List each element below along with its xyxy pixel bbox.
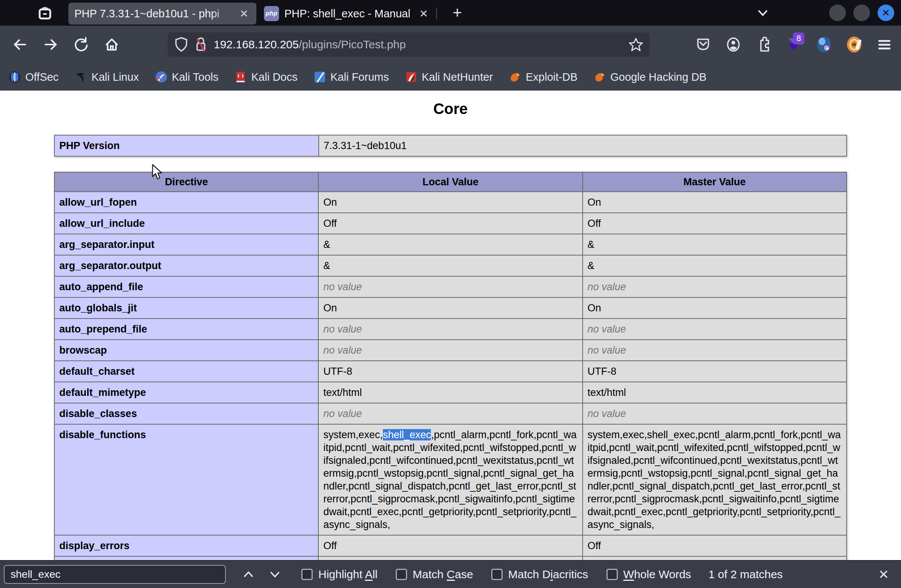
home-button[interactable]: [101, 34, 122, 55]
table-row: allow_url_include Off Off: [55, 213, 846, 234]
local-value-cell: no value: [318, 340, 582, 361]
maximize-button[interactable]: [853, 5, 870, 21]
back-button[interactable]: [9, 34, 31, 55]
minimize-button[interactable]: [829, 5, 846, 21]
bookmark-label: Kali Linux: [91, 71, 139, 83]
master-value-cell: system,exec,shell_exec,pcntl_alarm,pcntl…: [583, 424, 846, 535]
table-row: auto_append_file no value no value: [55, 276, 846, 297]
local-value-cell: On: [318, 192, 582, 213]
star-icon: [628, 37, 644, 52]
directive-cell: disable_classes: [55, 403, 318, 424]
highlight-all-option[interactable]: Highlight All: [301, 568, 377, 581]
local-value-cell: On: [318, 297, 582, 319]
table-row: arg_separator.input & &: [55, 234, 846, 255]
match-case-checkbox[interactable]: [396, 569, 407, 580]
home-icon: [103, 36, 120, 53]
bookmark-label: Kali Tools: [172, 71, 219, 83]
find-input[interactable]: [4, 565, 226, 584]
bookmark-kali-docs[interactable]: Kali Docs: [232, 67, 300, 87]
bookmark-offsec[interactable]: OffSec: [6, 67, 61, 87]
directive-cell: allow_url_include: [55, 213, 318, 234]
pocket-button[interactable]: [692, 34, 714, 55]
account-icon: [725, 37, 741, 53]
purple-arrows-extension-button[interactable]: 8: [783, 34, 804, 55]
forward-button[interactable]: [40, 34, 61, 55]
master-value-cell: Off: [583, 535, 846, 556]
orange-ring-extension-button[interactable]: [843, 34, 865, 55]
kali-dragon-icon: [75, 71, 87, 83]
bookmark-label: OffSec: [25, 71, 59, 83]
table-row-clipped: [55, 556, 846, 560]
bookmark-kali-tools[interactable]: Kali Tools: [153, 67, 221, 87]
match-diacritics-option[interactable]: Match Diacritics: [491, 568, 588, 581]
menu-button[interactable]: [874, 34, 895, 55]
close-window-button[interactable]: ✕: [878, 5, 894, 21]
navigation-toolbar: 192.168.120.205/plugins/PicoTest.php: [0, 26, 901, 64]
master-value-cell: text/html: [583, 382, 846, 403]
column-header-local-value: Local Value: [318, 172, 582, 192]
table-row: auto_globals_jit On On: [55, 297, 846, 319]
table-row: auto_prepend_file no value no value: [55, 319, 846, 340]
extensions-button[interactable]: [753, 34, 774, 55]
directive-cell: browscap: [55, 340, 318, 361]
bookmark-label: Google Hacking DB: [610, 71, 706, 83]
new-tab-button[interactable]: +: [447, 3, 467, 23]
master-value-cell: &: [583, 234, 846, 255]
account-button[interactable]: [723, 34, 744, 55]
table-row: allow_url_fopen On On: [55, 192, 846, 213]
directive-cell: auto_prepend_file: [55, 319, 318, 340]
highlight-all-label: Highlight All: [318, 568, 377, 581]
master-value-cell: On: [583, 192, 846, 213]
url-display: 192.168.120.205/plugins/PicoTest.php: [214, 38, 628, 51]
page-content: Core PHP Version 7.3.31-1~deb10u1 Direct…: [0, 90, 901, 560]
master-value-cell: Off: [583, 213, 846, 234]
find-match-highlight: shell_exec: [383, 429, 431, 440]
bookmark-kali-forums[interactable]: Kali Forums: [311, 67, 391, 87]
kali-tools-icon: [155, 71, 168, 83]
pocket-icon: [695, 37, 711, 53]
table-row: browscap no value no value: [55, 340, 846, 361]
shield-permissions-icon[interactable]: [175, 37, 188, 53]
whole-words-checkbox[interactable]: [606, 569, 618, 580]
bookmark-kali-linux[interactable]: Kali Linux: [72, 67, 141, 87]
close-findbar-button[interactable]: ✕: [874, 565, 893, 583]
tab-phpinfo[interactable]: PHP 7.3.31-1~deb10u1 - phpi ✕: [69, 3, 256, 25]
directive-cell: auto_append_file: [55, 276, 318, 297]
highlight-all-checkbox[interactable]: [301, 569, 313, 580]
blue-orb-extension-button[interactable]: [814, 34, 834, 55]
directive-cell: default_charset: [55, 361, 318, 382]
directive-cell: PHP Version: [55, 135, 319, 156]
match-case-label: Match Case: [413, 568, 473, 581]
match-case-option[interactable]: Match Case: [396, 568, 473, 581]
url-bar[interactable]: 192.168.120.205/plugins/PicoTest.php: [168, 33, 650, 57]
tab-close-icon[interactable]: ✕: [237, 7, 250, 20]
whole-words-option[interactable]: Whole Words: [606, 568, 691, 581]
chevron-down-icon: [756, 6, 770, 20]
find-previous-button[interactable]: [240, 566, 257, 583]
master-value-cell: no value: [583, 319, 846, 340]
local-value-cell: UTF-8: [318, 361, 582, 382]
bookmark-star-button[interactable]: [628, 36, 644, 53]
table-row: default_mimetype text/html text/html: [55, 382, 846, 403]
reload-button[interactable]: [71, 34, 92, 55]
find-bar: Highlight All Match Case Match Diacritic…: [0, 560, 901, 588]
firefox-view-button[interactable]: [36, 4, 54, 22]
list-all-tabs-button[interactable]: [753, 3, 773, 23]
insecure-lock-icon[interactable]: [194, 37, 208, 53]
bookmark-kali-nethunter[interactable]: Kali NetHunter: [402, 67, 496, 87]
match-diacritics-checkbox[interactable]: [491, 569, 503, 580]
directive-cell: auto_globals_jit: [55, 297, 318, 319]
match-diacritics-label: Match Diacritics: [508, 568, 588, 581]
chevron-up-icon: [242, 568, 255, 581]
find-next-button[interactable]: [267, 566, 283, 583]
local-value-cell: &: [318, 234, 582, 255]
bookmark-label: Kali NetHunter: [422, 71, 493, 83]
bookmark-exploit-db[interactable]: Exploit-DB: [507, 67, 580, 87]
hamburger-menu-icon: [876, 37, 892, 53]
page-title: Core: [0, 100, 901, 117]
offsec-icon: [8, 71, 21, 83]
local-value-cell: Off: [318, 535, 582, 556]
bookmark-google-hacking-db[interactable]: Google Hacking DB: [591, 67, 709, 87]
tab-php-manual[interactable]: php PHP: shell_exec - Manual ✕: [258, 3, 436, 25]
tab-close-icon[interactable]: ✕: [417, 7, 430, 20]
